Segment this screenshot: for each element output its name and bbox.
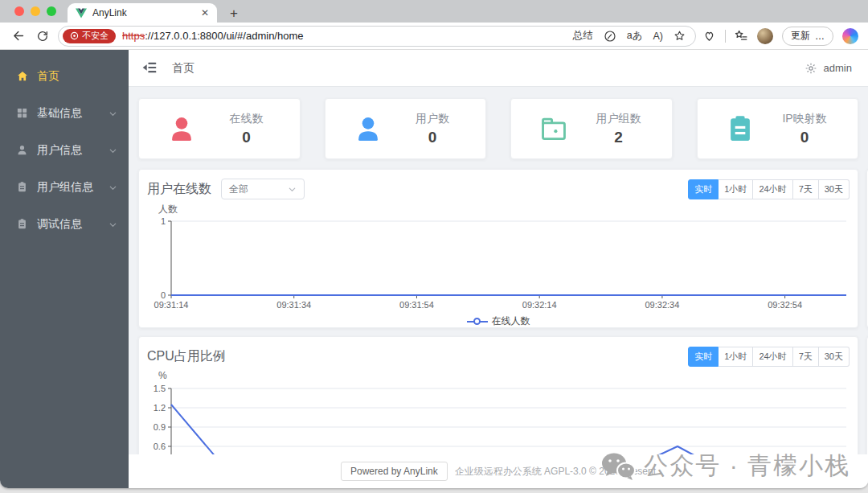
gear-icon — [805, 62, 817, 75]
tab-title: AnyLink — [92, 7, 195, 18]
sidebar: 首页基础信息用户信息用户组信息调试信息 — [0, 50, 129, 488]
home-icon — [16, 70, 29, 83]
watermark-text: 公众号 · 青檬小栈 — [644, 450, 850, 483]
url-text: https://127.0.0.1:8800/ui/#/admin/home — [122, 30, 304, 42]
address-bar: 不安全 https://127.0.0.1:8800/ui/#/admin/ho… — [0, 23, 868, 50]
time-button-7天[interactable]: 7天 — [793, 179, 819, 199]
time-button-1小时[interactable]: 1小时 — [719, 179, 753, 199]
time-button-30天[interactable]: 30天 — [819, 347, 850, 367]
time-button-24小时[interactable]: 24小时 — [753, 179, 792, 199]
users-online-chart: 0109:31:1409:31:3409:31:5409:32:1409:32:… — [147, 215, 850, 314]
address-bar-actions: 总结 aあ A) — [573, 29, 690, 43]
anylink-app: 首页基础信息用户信息用户组信息调试信息 首页 admin 在线数0用户数0用户组… — [0, 50, 868, 488]
y-axis-unit: 人数 — [158, 203, 850, 214]
svg-text:09:32:54: 09:32:54 — [768, 300, 802, 310]
sidebar-item-label: 用户组信息 — [37, 180, 93, 195]
close-window-button[interactable] — [14, 6, 24, 16]
cpu-header: CPU占用比例实时1小时24小时7天30天 — [147, 345, 850, 368]
watermark: 公众号 · 青檬小栈 — [600, 450, 850, 483]
time-button-实时[interactable]: 实时 — [688, 347, 719, 367]
copilot-icon[interactable] — [842, 28, 858, 44]
toolbar-divider — [725, 30, 726, 43]
sidebar-item-label: 调试信息 — [37, 217, 82, 232]
browser-essentials-icon[interactable] — [702, 29, 716, 43]
tab-close-icon[interactable]: ✕ — [201, 7, 209, 18]
url-field[interactable]: 不安全 https://127.0.0.1:8800/ui/#/admin/ho… — [58, 26, 696, 47]
back-icon[interactable] — [10, 27, 27, 45]
summarize-button[interactable]: 总结 — [573, 29, 593, 43]
stat-label: 用户组数 — [593, 112, 645, 126]
powered-by-link[interactable]: Powered by AnyLink — [341, 462, 448, 481]
time-button-24小时[interactable]: 24小时 — [753, 347, 792, 367]
range-select-value: 全部 — [229, 183, 248, 196]
profile-avatar[interactable] — [757, 28, 773, 44]
svg-text:09:31:34: 09:31:34 — [276, 300, 311, 310]
traffic-lights — [0, 0, 68, 23]
translate-icon[interactable]: aあ — [627, 29, 643, 43]
vue-logo-icon — [76, 8, 87, 18]
dashboard-content: 在线数0用户数0用户组数2IP映射数0 用户在线数全部实时1小时24小时7天30… — [129, 87, 868, 488]
legend-marker — [467, 317, 488, 327]
chart-title: 用户在线数 — [147, 181, 211, 198]
chevron-down-icon — [108, 220, 117, 229]
sidebar-item-3[interactable]: 用户组信息 — [0, 169, 129, 206]
favorite-star-icon[interactable] — [674, 30, 686, 42]
read-aloud-icon[interactable]: A) — [653, 31, 664, 42]
svg-text:09:31:54: 09:31:54 — [399, 300, 434, 310]
legend-label[interactable]: 在线人数 — [492, 314, 530, 328]
sidebar-item-label: 用户信息 — [37, 143, 82, 158]
folder-icon — [538, 113, 569, 144]
sidebar-item-label: 基础信息 — [37, 106, 82, 121]
grid-icon — [16, 107, 29, 120]
sidebar-item-0[interactable]: 首页 — [0, 58, 129, 95]
breadcrumb[interactable]: 首页 — [172, 61, 194, 76]
stat-value: 0 — [407, 129, 458, 146]
time-button-1小时[interactable]: 1小时 — [719, 347, 753, 367]
not-secure-badge[interactable]: 不安全 — [63, 29, 116, 43]
time-range-buttons: 实时1小时24小时7天30天 — [688, 347, 850, 367]
more-icon: … — [815, 31, 825, 42]
svg-text:09:31:14: 09:31:14 — [154, 300, 189, 310]
stat-card-3: IP映射数0 — [697, 98, 859, 159]
favorites-bar-icon[interactable] — [735, 29, 748, 43]
minimize-window-button[interactable] — [31, 6, 40, 16]
stat-value: 0 — [779, 129, 830, 146]
range-select[interactable]: 全部 — [221, 179, 305, 199]
stat-value: 2 — [593, 129, 645, 146]
sidebar-item-2[interactable]: 用户信息 — [0, 132, 129, 169]
chevron-down-icon — [108, 183, 117, 192]
person-icon — [353, 113, 383, 144]
y-axis-unit: % — [158, 370, 850, 381]
wechat-icon — [600, 452, 636, 481]
update-button[interactable]: 更新 … — [782, 27, 833, 46]
chart-legend: 在线人数 — [147, 314, 850, 328]
collapse-menu-icon[interactable] — [141, 60, 159, 77]
chevron-down-icon — [108, 109, 117, 118]
compose-icon[interactable] — [604, 30, 616, 43]
main-area: 首页 admin 在线数0用户数0用户组数2IP映射数0 用户在线数全部实时1小… — [129, 50, 868, 488]
browser-toolbar-right: 更新 … — [702, 27, 858, 46]
reload-icon[interactable] — [34, 27, 51, 45]
time-button-7天[interactable]: 7天 — [793, 347, 819, 367]
svg-text:1: 1 — [161, 216, 166, 226]
url-scheme: https — [122, 30, 145, 42]
zoom-window-button[interactable] — [47, 6, 56, 16]
chevron-down-icon — [108, 146, 117, 155]
users-online-card: 用户在线数全部实时1小时24小时7天30天人数0109:31:1409:31:3… — [138, 169, 858, 328]
time-button-实时[interactable]: 实时 — [688, 179, 719, 199]
sidebar-item-4[interactable]: 调试信息 — [0, 206, 129, 243]
update-label: 更新 — [791, 29, 810, 43]
tab-bar: AnyLink ✕ + — [0, 0, 868, 23]
username: admin — [824, 62, 852, 74]
person-icon — [166, 113, 197, 144]
stat-label: 用户数 — [407, 112, 458, 126]
new-tab-button[interactable]: + — [230, 6, 238, 20]
stat-value: 0 — [221, 129, 272, 146]
user-menu[interactable]: admin — [805, 62, 852, 75]
sidebar-item-1[interactable]: 基础信息 — [0, 95, 129, 132]
time-button-30天[interactable]: 30天 — [819, 179, 850, 199]
svg-text:09:32:34: 09:32:34 — [645, 300, 679, 310]
browser-tab[interactable]: AnyLink ✕ — [68, 3, 217, 23]
url-rest: ://127.0.0.1:8800/ui/#/admin/home — [145, 30, 303, 42]
chevron-down-icon — [288, 185, 297, 194]
